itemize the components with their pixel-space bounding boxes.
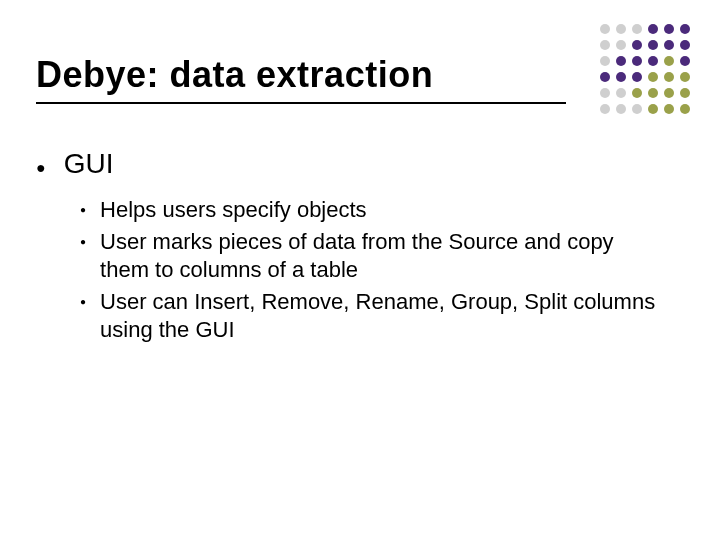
- dot-icon: [648, 40, 658, 50]
- bullet-icon: ●: [80, 290, 86, 314]
- dot-icon: [616, 24, 626, 34]
- dot-icon: [632, 104, 642, 114]
- dot-icon: [680, 56, 690, 66]
- dot-icon: [664, 56, 674, 66]
- dot-icon: [664, 40, 674, 50]
- dot-icon: [616, 104, 626, 114]
- slide: Debye: data extraction ● GUI ● Helps use…: [0, 0, 720, 540]
- bullet-level2: ● User marks pieces of data from the Sou…: [80, 228, 676, 284]
- dot-icon: [632, 24, 642, 34]
- bullet-level2-text: User can Insert, Remove, Rename, Group, …: [100, 288, 660, 344]
- dot-icon: [600, 72, 610, 82]
- dot-icon: [632, 56, 642, 66]
- bullet-level2-text: User marks pieces of data from the Sourc…: [100, 228, 660, 284]
- dot-icon: [632, 88, 642, 98]
- dot-icon: [632, 40, 642, 50]
- dot-icon: [600, 104, 610, 114]
- bullet-level1-text: GUI: [64, 148, 114, 180]
- dot-icon: [648, 88, 658, 98]
- dot-icon: [648, 104, 658, 114]
- slide-body: ● GUI ● Helps users specify objects ● Us…: [36, 148, 676, 348]
- bullet-icon: ●: [36, 154, 46, 182]
- slide-title: Debye: data extraction: [36, 54, 433, 96]
- dot-icon: [664, 104, 674, 114]
- dot-icon: [664, 24, 674, 34]
- dot-icon: [600, 24, 610, 34]
- dot-icon: [680, 40, 690, 50]
- dot-icon: [680, 24, 690, 34]
- dot-icon: [680, 88, 690, 98]
- dot-icon: [632, 72, 642, 82]
- dot-icon: [664, 88, 674, 98]
- bullet-icon: ●: [80, 198, 86, 222]
- dot-icon: [648, 56, 658, 66]
- dot-icon: [664, 72, 674, 82]
- decorative-dot-grid: [594, 24, 690, 120]
- dot-icon: [600, 88, 610, 98]
- dot-icon: [680, 104, 690, 114]
- bullet-level2-text: Helps users specify objects: [100, 196, 367, 224]
- bullet-level1: ● GUI: [36, 148, 676, 182]
- dot-icon: [616, 72, 626, 82]
- dot-icon: [600, 56, 610, 66]
- dot-icon: [600, 40, 610, 50]
- bullet-icon: ●: [80, 230, 86, 254]
- dot-icon: [648, 72, 658, 82]
- bullet-level2: ● User can Insert, Remove, Rename, Group…: [80, 288, 676, 344]
- title-underline: [36, 102, 566, 104]
- dot-icon: [616, 88, 626, 98]
- dot-icon: [648, 24, 658, 34]
- dot-icon: [616, 40, 626, 50]
- bullet-level2: ● Helps users specify objects: [80, 196, 676, 224]
- dot-icon: [680, 72, 690, 82]
- dot-icon: [616, 56, 626, 66]
